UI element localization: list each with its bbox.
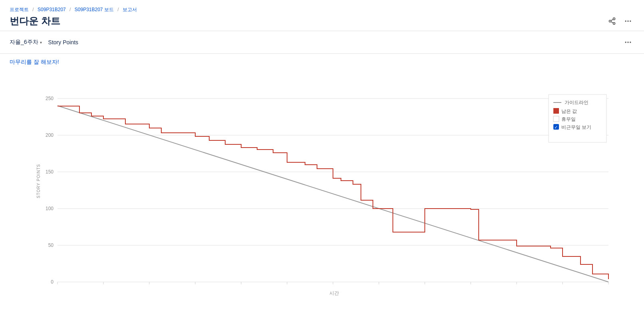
toolbar-right: [622, 36, 634, 49]
metric-selector[interactable]: Story Points: [48, 39, 78, 45]
svg-line-3: [611, 22, 613, 23]
svg-point-1: [609, 20, 611, 22]
breadcrumb-board[interactable]: S09P31B207 보드: [75, 7, 114, 12]
svg-point-9: [627, 41, 628, 43]
svg-text:✓: ✓: [554, 125, 558, 130]
breadcrumb-sep-2: /: [69, 7, 71, 12]
toolbar-more-button[interactable]: [622, 36, 634, 49]
svg-point-0: [613, 18, 615, 20]
page-title: 번다운 차트: [10, 15, 60, 28]
svg-rect-53: [553, 108, 559, 114]
header-actions: [606, 15, 634, 28]
chart-container: STORY POINTS 0 50 100 150 200 250: [0, 71, 644, 305]
svg-point-5: [625, 20, 626, 22]
breadcrumb-sep-3: /: [117, 7, 119, 12]
sprint-link[interactable]: 마무리를 잘 해보자!: [0, 54, 644, 71]
breadcrumb-board-id[interactable]: S09P31B207: [38, 7, 66, 12]
svg-line-4: [611, 19, 613, 20]
y-axis-label: STORY POINTS: [36, 164, 41, 198]
svg-point-6: [627, 20, 628, 22]
toolbar-left: 자율_6주차 Story Points: [10, 39, 78, 46]
svg-text:100: 100: [46, 206, 54, 211]
sprint-selector[interactable]: 자율_6주차: [10, 39, 42, 46]
svg-text:가이드라인: 가이드라인: [565, 100, 589, 105]
svg-text:남은 값: 남은 값: [561, 108, 577, 114]
svg-text:비근무일 보기: 비근무일 보기: [561, 124, 591, 130]
svg-text:150: 150: [46, 169, 54, 175]
breadcrumb-report: 보고서: [123, 7, 137, 12]
chart-wrapper: STORY POINTS 0 50 100 150 200 250: [34, 75, 634, 297]
sprint-label: 자율_6주차: [10, 39, 38, 46]
svg-rect-55: [553, 116, 559, 122]
svg-point-8: [625, 41, 626, 43]
svg-text:200: 200: [46, 132, 54, 138]
x-axis-label: 시간: [34, 290, 634, 297]
metric-label: Story Points: [48, 39, 78, 45]
toolbar: 자율_6주차 Story Points: [0, 31, 644, 54]
breadcrumb: 프로젝트 / S09P31B207 / S09P31B207 보드 / 보고서: [10, 6, 634, 13]
svg-point-2: [613, 22, 615, 24]
svg-point-10: [630, 41, 631, 43]
svg-text:50: 50: [48, 242, 54, 248]
svg-text:250: 250: [46, 96, 54, 101]
breadcrumb-sep-1: /: [32, 7, 34, 12]
share-button[interactable]: [606, 15, 618, 28]
svg-text:휴무일: 휴무일: [561, 116, 576, 122]
svg-text:0: 0: [51, 279, 54, 285]
header: 프로젝트 / S09P31B207 / S09P31B207 보드 / 보고서 …: [0, 0, 644, 31]
header-more-button[interactable]: [622, 15, 634, 28]
breadcrumb-projects[interactable]: 프로젝트: [10, 7, 29, 12]
burndown-chart: 0 50 100 150 200 250 Nov 13 16:00 Nov 14…: [34, 75, 624, 286]
svg-line-49: [57, 106, 608, 282]
svg-point-7: [630, 20, 631, 22]
